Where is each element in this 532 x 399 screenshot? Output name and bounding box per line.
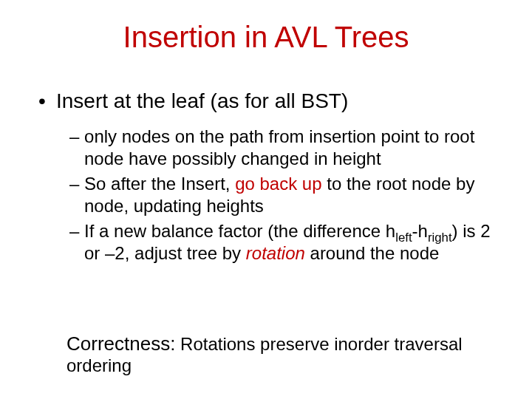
- sub-bullet-1-text: only nodes on the path from insertion po…: [84, 126, 474, 168]
- sub-bullet-1: – only nodes on the path from insertion …: [69, 126, 497, 170]
- sub-bullet-2-emphasis: go back up: [235, 174, 321, 194]
- slide: Insertion in AVL Trees •Insert at the le…: [0, 0, 532, 399]
- sub-bullet-3: – If a new balance factor (the differenc…: [69, 220, 497, 265]
- dash-glyph: –: [69, 174, 79, 194]
- slide-body: •Insert at the leaf (as for all BST) – o…: [38, 89, 497, 267]
- sub-bullet-2-pre: So after the Insert,: [84, 174, 235, 194]
- bullet-level-1: •Insert at the leaf (as for all BST): [38, 89, 497, 114]
- correctness-line: Correctness: Rotations preserve inorder …: [66, 332, 532, 376]
- sub-bullet-3-post2: around the node: [305, 243, 440, 263]
- dash-glyph: –: [69, 221, 79, 241]
- sub-bullet-2: – So after the Insert, go back up to the…: [69, 173, 497, 217]
- slide-title: Insertion in AVL Trees: [0, 21, 532, 54]
- rotation-word: rotation: [246, 243, 305, 263]
- sub-bullet-3-pre: If a new balance factor (the difference …: [84, 221, 395, 241]
- bullet-glyph: •: [38, 89, 56, 114]
- bullet-1-text: Insert at the leaf (as for all BST): [56, 89, 348, 112]
- subscript-right: right: [428, 230, 452, 244]
- subscript-left: left: [395, 230, 412, 244]
- dash-glyph: –: [69, 126, 79, 146]
- correctness-label: Correctness:: [66, 332, 175, 355]
- sub-bullet-3-mid: -h: [412, 221, 428, 241]
